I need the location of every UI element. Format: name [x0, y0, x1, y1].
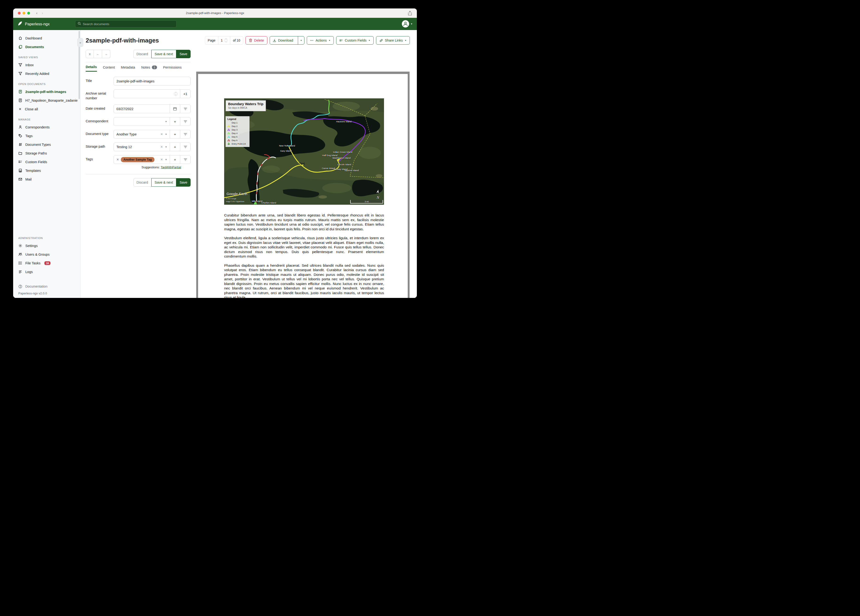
chevron-down-icon: ▼: [165, 120, 167, 123]
macos-titlebar: ‹ › 2sample-pdf-with-images - Paperless-…: [13, 8, 417, 18]
sidebar-item-label: H7_Napoleon_Bonaparte_zadanie: [25, 99, 78, 102]
map-title-box: Boundary Waters Trip Six days in BWCA: [226, 100, 266, 111]
sidebar-item-tags[interactable]: Tags: [13, 132, 80, 140]
discard-button-bottom[interactable]: Discard: [133, 178, 151, 187]
sidebar-item-custom-fields[interactable]: Custom Fields: [13, 157, 80, 166]
hash-icon: [18, 143, 22, 146]
add-correspondent-button[interactable]: +: [170, 117, 180, 126]
search-input[interactable]: [83, 22, 174, 26]
tag-chip[interactable]: Another Sample Tag: [121, 157, 154, 162]
sidebar-item-label: Documentation: [25, 284, 47, 288]
add-tag-button[interactable]: +: [170, 156, 180, 163]
share-links-button[interactable]: Share Links▼: [376, 36, 410, 45]
previous-document-button[interactable]: ←: [94, 50, 102, 58]
sidebar-item-document-types[interactable]: Document Types: [13, 140, 80, 149]
page-number-input[interactable]: 1: [221, 39, 223, 42]
download-dropdown-caret[interactable]: ▼: [298, 36, 304, 44]
suggestion-link[interactable]: TagWithPartial: [161, 165, 181, 169]
add-document-type-button[interactable]: +: [170, 130, 180, 138]
save-button-bottom[interactable]: Save: [176, 178, 191, 187]
sidebar-item-close-all[interactable]: Close all: [13, 105, 80, 113]
delete-button[interactable]: Delete: [245, 36, 267, 45]
sidebar-item-dashboard[interactable]: Dashboard: [13, 34, 80, 42]
share-icon[interactable]: [408, 11, 412, 16]
correspondent-filter-button[interactable]: [180, 117, 190, 126]
folder-icon: [18, 151, 22, 155]
date-created-input[interactable]: 03/27/2022: [114, 105, 170, 113]
tab-content[interactable]: Content: [103, 65, 115, 72]
save-and-next-button[interactable]: Save & next: [151, 50, 176, 58]
asn-stepper[interactable]: ⌃⌄: [174, 92, 177, 96]
sidebar-item-correspondents[interactable]: Correspondents: [13, 123, 80, 132]
next-document-button[interactable]: →: [102, 50, 110, 58]
tab-permissions[interactable]: Permissions: [163, 65, 182, 72]
page-stepper[interactable]: ⌃⌄: [224, 38, 228, 42]
asn-plus-one-button[interactable]: +1: [180, 90, 190, 98]
sidebar-item-mail[interactable]: Mail: [13, 175, 80, 184]
sidebar-collapse-button[interactable]: «: [77, 38, 83, 47]
actions-button[interactable]: ⋯ Actions▼: [307, 36, 334, 45]
clear-icon[interactable]: ✕: [159, 158, 163, 161]
correspondent-select[interactable]: ▼: [114, 117, 170, 126]
document-type-filter-button[interactable]: [180, 130, 190, 138]
scale-label: 3 mi: [364, 201, 369, 203]
clear-icon[interactable]: ✕: [159, 145, 163, 149]
chevron-down-icon: ▼: [165, 146, 167, 148]
tab-details[interactable]: Details: [86, 65, 97, 72]
title-input[interactable]: 2sample-pdf-with-images: [114, 77, 190, 85]
discard-button[interactable]: Discard: [133, 50, 151, 58]
clear-icon[interactable]: ✕: [159, 132, 163, 136]
legend-item-day5: Day 5: [228, 135, 248, 138]
sidebar-item-logs[interactable]: Logs: [13, 267, 80, 276]
sidebar-item-storage-paths[interactable]: Storage Paths: [13, 149, 80, 157]
sidebar-item-documentation[interactable]: Documentation: [13, 283, 80, 290]
brand[interactable]: Paperless-ngx: [17, 21, 50, 27]
date-filter-button[interactable]: [180, 105, 190, 113]
pdf-preview-pane[interactable]: Boundary Waters Trip Six days in BWCA Le…: [196, 72, 410, 298]
document-type-select[interactable]: Another Type ✕ ▼: [114, 130, 170, 138]
sidebar-item-label: Settings: [25, 244, 38, 248]
add-storage-path-button[interactable]: +: [170, 143, 180, 151]
user-menu[interactable]: ▼: [402, 20, 413, 27]
storage-path-select[interactable]: Testing 12 ✕ ▼: [114, 143, 170, 151]
field-label: Correspondent: [86, 117, 114, 126]
doc-nav-group: x ← →: [86, 50, 110, 58]
gear-icon: [18, 244, 22, 248]
remove-tag-icon[interactable]: ✕: [116, 158, 119, 161]
sidebar-item-inbox[interactable]: Inbox: [13, 61, 80, 69]
document-edit-panel: x ← → Discard Save & next Save Details C…: [86, 50, 191, 187]
sidebar-item-label: Logs: [25, 270, 33, 274]
tags-filter-button[interactable]: [180, 156, 190, 163]
storage-path-filter-button[interactable]: [180, 143, 190, 151]
download-button[interactable]: Download ▼: [270, 36, 304, 45]
task-list-icon: [18, 261, 22, 265]
pdf-paragraph: Phasellus dapibus quam a hendrerit place…: [224, 263, 384, 298]
search-bar[interactable]: [75, 20, 176, 27]
save-and-next-button-bottom[interactable]: Save & next: [151, 178, 176, 187]
sidebar-item-file-tasks[interactable]: File Tasks 16: [13, 259, 80, 267]
sidebar-item-open-doc-2[interactable]: H7_Napoleon_Bonaparte_zadanie: [13, 96, 80, 105]
tags-select[interactable]: ✕ Another Sample Tag ✕ ▼: [114, 156, 170, 163]
sidebar-item-settings[interactable]: Settings: [13, 241, 80, 250]
sidebar-item-templates[interactable]: Templates: [13, 166, 80, 175]
legend-title: Legend: [228, 118, 248, 120]
help-circle-icon: [18, 284, 22, 289]
close-document-button[interactable]: x: [86, 50, 94, 58]
tab-metadata[interactable]: Metadata: [121, 65, 135, 72]
save-button[interactable]: Save: [176, 50, 191, 58]
sidebar-item-recently-added[interactable]: Recently Added: [13, 69, 80, 78]
calendar-button[interactable]: [170, 105, 180, 113]
custom-fields-button[interactable]: Custom Fields▼: [336, 36, 374, 45]
legend-item-entry-point: Entry Point 24: [228, 143, 248, 145]
sidebar-item-users-groups[interactable]: Users & Groups: [13, 250, 80, 259]
sidebar-item-documents[interactable]: Documents: [13, 42, 80, 51]
page-count: of 10: [230, 36, 243, 44]
sidebar-item-open-doc-1[interactable]: 2sample-pdf-with-images: [13, 87, 80, 96]
map-attribution: © 2017 Google: [226, 198, 236, 200]
field-tags: Tags ✕ Another Sample Tag ✕ ▼ +: [86, 155, 191, 169]
asn-input[interactable]: ⌃⌄: [114, 90, 180, 98]
tab-notes[interactable]: Notes 1: [141, 65, 157, 72]
island-label: Indian Grave Island: [333, 151, 352, 153]
island-label: Hausons Island: [336, 120, 352, 123]
sidebar-item-label: Dashboard: [25, 36, 42, 40]
